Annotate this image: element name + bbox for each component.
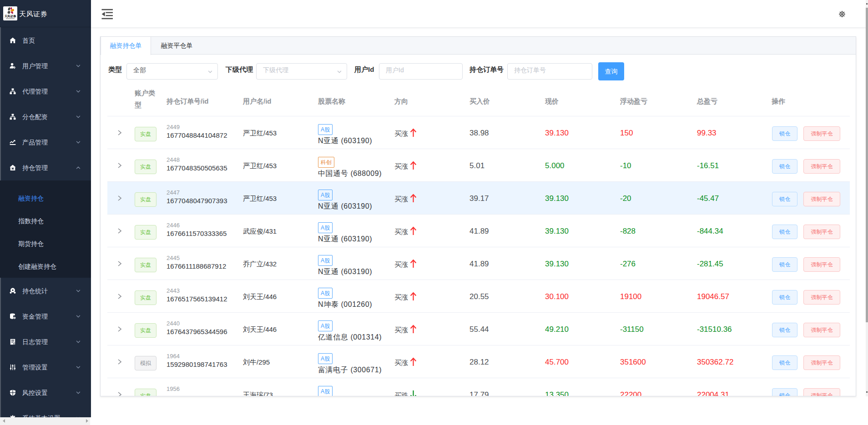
svg-text:天风证券: 天风证券 — [4, 15, 16, 18]
